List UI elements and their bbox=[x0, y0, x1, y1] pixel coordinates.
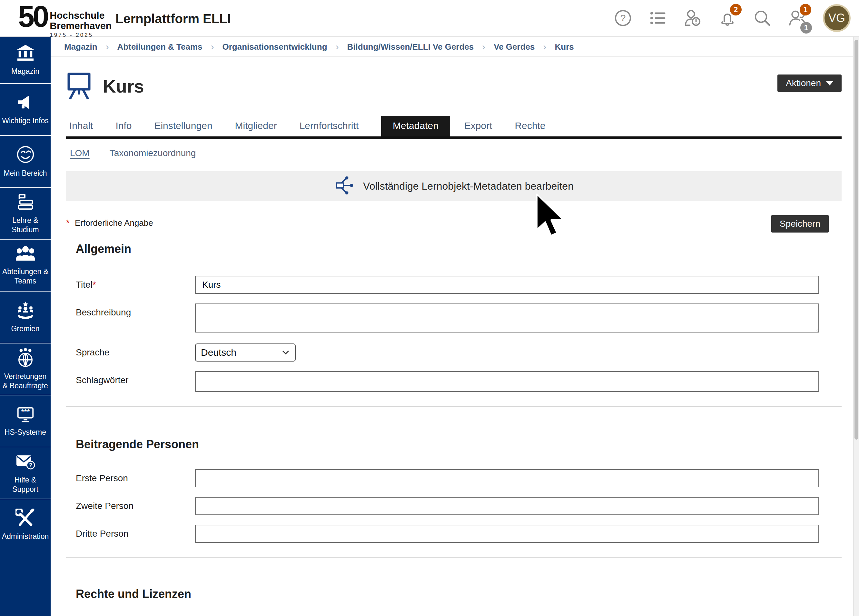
required-note: Erforderliche Angabe bbox=[73, 218, 153, 228]
logo-line2: Bremerhaven bbox=[50, 20, 112, 31]
hochschule-bremerhaven-logo[interactable]: 50 Hochschule Bremerhaven 1975 - 2025 bbox=[18, 3, 112, 38]
breadcrumb: Magazin › Abteilungen & Teams › Organisa… bbox=[51, 37, 853, 57]
sidebar-item-label: Lehre & Studium bbox=[0, 216, 51, 235]
sidebar-item-abteilungen-teams[interactable]: Abteilungen & Teams bbox=[0, 239, 51, 291]
tab-inhalt[interactable]: Inhalt bbox=[69, 116, 93, 136]
search-icon[interactable] bbox=[753, 9, 771, 27]
section-heading-rechte: Rechte und Lizenzen bbox=[66, 587, 842, 601]
breadcrumb-separator: › bbox=[482, 41, 485, 52]
course-easel-icon bbox=[66, 71, 92, 101]
help-icon[interactable]: ? bbox=[614, 9, 632, 27]
erste-person-input[interactable] bbox=[195, 469, 819, 487]
zweite-person-input[interactable] bbox=[195, 497, 819, 515]
breadcrumb-separator: › bbox=[336, 41, 339, 52]
breadcrumb-separator: › bbox=[211, 41, 214, 52]
breadcrumb-item[interactable]: Bildung/Wissen/ELLI Ve Gerdes bbox=[347, 42, 474, 52]
sidebar-item-label: Mein Bereich bbox=[2, 169, 48, 178]
chevron-down-icon bbox=[826, 81, 833, 86]
subtab-lom[interactable]: LOM bbox=[70, 148, 90, 158]
sidebar-item-label: Gremien bbox=[10, 324, 41, 333]
hub-node-icon bbox=[334, 176, 354, 196]
subtab-bar: LOM Taxonomiezuordnung bbox=[66, 148, 842, 158]
titel-input[interactable] bbox=[195, 276, 819, 294]
svg-text:***: *** bbox=[21, 408, 30, 416]
smiley-icon bbox=[16, 145, 36, 166]
section-divider bbox=[66, 406, 842, 407]
sidebar-item-hilfe-support[interactable]: ? Hilfe & Support bbox=[0, 447, 51, 499]
sidebar-item-label: HS-Systeme bbox=[3, 428, 47, 437]
breadcrumb-separator: › bbox=[106, 41, 109, 52]
titel-label: Titel* bbox=[66, 276, 195, 290]
section-heading-allgemein: Allgemein bbox=[66, 242, 842, 256]
save-button-label: Speichern bbox=[780, 219, 820, 229]
sidebar-item-label: Abteilungen & Teams bbox=[0, 267, 51, 286]
chevron-down-icon bbox=[282, 350, 289, 355]
zweite-person-label: Zweite Person bbox=[66, 497, 195, 511]
breadcrumb-item[interactable]: Organisationsentwicklung bbox=[222, 42, 327, 52]
sidebar-item-hs-systeme[interactable]: *** HS-Systeme bbox=[0, 395, 51, 447]
actions-button-label: Aktionen bbox=[786, 78, 821, 88]
tab-info[interactable]: Info bbox=[116, 116, 131, 136]
tab-metadaten[interactable]: Metadaten bbox=[381, 116, 450, 136]
section-heading-beitragende: Beitragende Personen bbox=[66, 438, 842, 451]
committee-icon bbox=[15, 301, 36, 321]
required-asterisk: * bbox=[66, 218, 70, 228]
titel-required-asterisk: * bbox=[92, 280, 96, 289]
breadcrumb-item[interactable]: Abteilungen & Teams bbox=[117, 42, 203, 52]
subtab-taxonomiezuordnung[interactable]: Taxonomiezuordnung bbox=[109, 148, 196, 158]
scrollbar-thumb[interactable] bbox=[854, 40, 858, 439]
schlagwoerter-label: Schlagwörter bbox=[66, 371, 195, 385]
tab-einstellungen[interactable]: Einstellungen bbox=[154, 116, 212, 136]
tab-rechte[interactable]: Rechte bbox=[515, 116, 545, 136]
sidebar-item-vertretungen[interactable]: Vertretungen & Beauftragte bbox=[0, 343, 51, 395]
page-title: Kurs bbox=[103, 76, 144, 97]
sidebar-item-label: Wichtige Infos bbox=[1, 116, 50, 125]
contacts-badge-top: 1 bbox=[800, 4, 811, 16]
erste-person-label: Erste Person bbox=[66, 469, 195, 483]
tab-bar: Inhalt Info Einstellungen Mitglieder Ler… bbox=[66, 116, 842, 139]
sprache-label: Sprache bbox=[66, 344, 195, 358]
sprache-select[interactable]: Deutsch bbox=[195, 344, 296, 361]
tab-mitglieder[interactable]: Mitglieder bbox=[235, 116, 277, 136]
beschreibung-textarea[interactable] bbox=[195, 303, 819, 333]
monitor-icon: *** bbox=[16, 405, 36, 424]
envelope-question-icon: ? bbox=[15, 452, 36, 472]
megaphone-icon bbox=[16, 94, 36, 113]
sidebar-item-label: Administration bbox=[1, 532, 50, 541]
breadcrumb-item[interactable]: Magazin bbox=[64, 42, 97, 52]
logo-years: 1975 - 2025 bbox=[50, 32, 112, 38]
sidebar-item-administration[interactable]: Administration bbox=[0, 499, 51, 550]
sidebar-item-wichtige-infos[interactable]: Wichtige Infos bbox=[0, 83, 51, 135]
schlagwoerter-input[interactable] bbox=[195, 371, 819, 392]
edit-full-metadata-banner[interactable]: Vollständige Lernobjekt-Metadaten bearbe… bbox=[66, 171, 842, 201]
edit-full-metadata-label: Vollständige Lernobjekt-Metadaten bearbe… bbox=[363, 180, 574, 192]
tab-lernfortschritt[interactable]: Lernfortschritt bbox=[300, 116, 359, 136]
list-menu-icon[interactable] bbox=[649, 9, 667, 27]
tab-export[interactable]: Export bbox=[464, 116, 492, 136]
avatar[interactable]: VG bbox=[823, 4, 851, 32]
tools-icon bbox=[16, 509, 36, 528]
actions-button[interactable]: Aktionen bbox=[778, 75, 842, 92]
sprache-selected-value: Deutsch bbox=[201, 347, 236, 358]
sidebar-item-label: Vertretungen & Beauftragte bbox=[0, 372, 51, 391]
dritte-person-input[interactable] bbox=[195, 525, 819, 543]
dritte-person-label: Dritte Person bbox=[66, 525, 195, 539]
section-divider bbox=[66, 557, 842, 558]
sidebar-item-label: Magazin bbox=[10, 67, 41, 76]
sidebar-item-gremien[interactable]: Gremien bbox=[0, 291, 51, 343]
save-button[interactable]: Speichern bbox=[771, 215, 829, 233]
logo-line1: Hochschule bbox=[50, 10, 112, 20]
app-title: Lernplattform ELLI bbox=[116, 12, 231, 26]
sidebar-item-mein-bereich[interactable]: Mein Bereich bbox=[0, 135, 51, 187]
breadcrumb-item[interactable]: Ve Gerdes bbox=[494, 42, 535, 52]
top-header: 50 Hochschule Bremerhaven 1975 - 2025 Le… bbox=[0, 0, 859, 37]
vertical-scrollbar[interactable] bbox=[853, 37, 859, 616]
breadcrumb-item[interactable]: Kurs bbox=[554, 42, 574, 52]
sidebar-item-lehre-studium[interactable]: Lehre & Studium bbox=[0, 187, 51, 239]
main-sidebar: Magazin Wichtige Infos Mein Bereich bbox=[0, 37, 51, 616]
contacts-icon[interactable]: 1 1 bbox=[788, 9, 806, 27]
notifications-bell-icon[interactable]: 2 bbox=[718, 9, 736, 27]
user-alert-icon[interactable] bbox=[684, 9, 702, 27]
svg-text:?: ? bbox=[29, 462, 32, 469]
sidebar-item-magazin[interactable]: Magazin bbox=[0, 37, 51, 83]
